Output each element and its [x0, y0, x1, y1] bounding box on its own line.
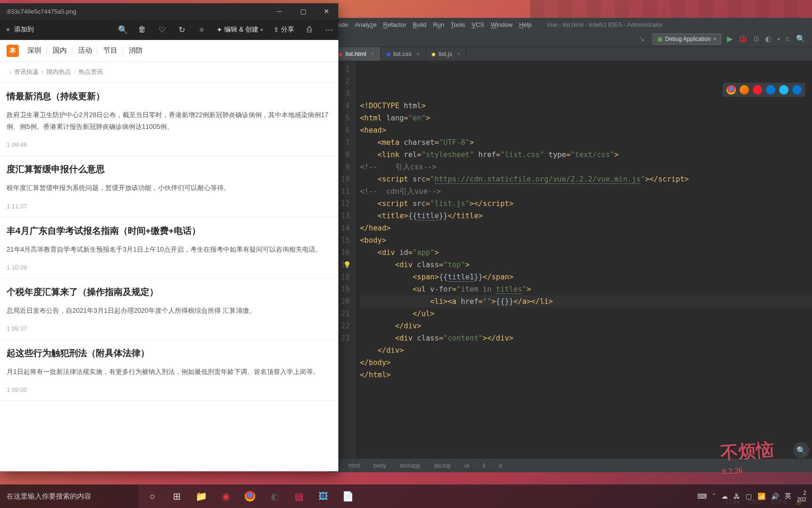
tray-chevron-up-icon[interactable]: ˄: [712, 492, 716, 500]
nav-item[interactable]: 活动: [76, 46, 94, 55]
site-logo[interactable]: 本: [7, 45, 19, 57]
crop-icon[interactable]: ⟐: [197, 25, 206, 34]
close-button[interactable]: ✕: [315, 3, 338, 19]
stop-icon[interactable]: ▪: [777, 35, 780, 43]
tab-list-css[interactable]: ◆list.css×: [381, 47, 426, 61]
page-nav: 本 深圳国内活动节目消防: [0, 40, 338, 62]
run-icon[interactable]: ▶: [727, 34, 733, 43]
rotate-icon[interactable]: ↻: [177, 25, 187, 35]
edit-create-label: 编辑 & 创建: [224, 25, 258, 34]
add-to-button[interactable]: ＋ 添加到: [5, 25, 34, 34]
article-title: 起这些行为触犯刑法（附具体法律）: [7, 347, 332, 359]
article-item[interactable]: 丰4月广东自学考试报名指南（时间+缴费+电话）21年4月高等教育自学考试新生预报…: [0, 217, 338, 278]
search-icon[interactable]: 🔍: [796, 34, 805, 43]
firefox-icon[interactable]: [740, 85, 749, 95]
cortana-icon[interactable]: ○: [141, 484, 164, 508]
crumb-a[interactable]: a: [499, 462, 502, 469]
tab-list-html[interactable]: ◆list.html×: [333, 47, 381, 61]
more-icon[interactable]: ⋯: [324, 25, 334, 35]
nav-item[interactable]: 深圳: [25, 46, 43, 55]
notepad-icon[interactable]: 📄: [336, 484, 359, 508]
onedrive-icon[interactable]: ☁: [721, 492, 728, 500]
article-item[interactable]: 起这些行为触犯刑法（附具体法律）月1日起将有一批新法律法规实施，有更多行为被纳入…: [0, 340, 338, 401]
code-area[interactable]: 💡 <!DOCTYPE html><html lang="en"><head> …: [356, 61, 812, 458]
crumb-li[interactable]: li: [483, 462, 485, 469]
menu-refactor[interactable]: Refactor: [382, 21, 407, 28]
close-tab-icon[interactable]: ×: [457, 50, 461, 57]
edge-legacy-icon[interactable]: [792, 85, 802, 95]
menu-tools[interactable]: Tools: [450, 21, 466, 28]
article-time: 1 09:00: [7, 386, 27, 393]
task-view-icon[interactable]: ⊞: [165, 484, 188, 508]
coverage-icon[interactable]: ⊙: [753, 34, 759, 43]
article-item[interactable]: 个税年度汇算来了（操作指南及规定）总局近日发布公告，自2021年3月1日起办理2…: [0, 278, 338, 340]
ide-toolbar: ↘ ▣ Debug Application ▾ ▶ 🐞 ⊙ ◐ ▪ ⎌ 🔍: [329, 31, 812, 47]
chrome-taskbar-icon[interactable]: [238, 484, 262, 508]
run-config-selector[interactable]: ▣ Debug Application ▾: [652, 33, 722, 45]
profiler-icon[interactable]: ◐: [765, 34, 772, 43]
article-time: 1 11:37: [7, 203, 27, 210]
debug-icon[interactable]: 🐞: [738, 34, 748, 43]
code-editor[interactable]: 1234567891011121314151617181920212223 💡 …: [329, 61, 812, 458]
add-to-label: 添加到: [14, 25, 34, 34]
window-title: :833c748e5c74475a5.png: [6, 8, 76, 15]
git-icon[interactable]: ⎌: [786, 35, 790, 43]
ie-icon[interactable]: [779, 85, 789, 95]
intellij-taskbar-icon[interactable]: ▤: [287, 484, 311, 508]
build-icon[interactable]: ↘: [639, 34, 645, 43]
chevron-down-icon: ▾: [713, 36, 716, 42]
article-excerpt: 21年4月高等教育自学考试新生预报名于3月1日上午10点开启，考生在报考中如果有…: [7, 244, 332, 255]
menu-help[interactable]: Help: [518, 21, 533, 28]
debug-icon: ▣: [657, 36, 663, 42]
crumb-body[interactable]: body: [374, 462, 386, 469]
crumb-div-app[interactable]: div#app: [400, 462, 421, 469]
favorite-icon[interactable]: ♡: [157, 25, 167, 35]
wifi-icon[interactable]: 📶: [757, 492, 765, 500]
network-icon[interactable]: 🖧: [734, 492, 740, 500]
menu-vcs[interactable]: VCS: [471, 21, 485, 28]
share-button[interactable]: ⇪ 分享: [273, 25, 294, 34]
obs-icon[interactable]: ◐: [263, 484, 286, 508]
app-icon-red[interactable]: ◉: [214, 484, 237, 508]
crumb-div-top[interactable]: div.top: [434, 462, 451, 469]
volume-icon[interactable]: 🔊: [771, 492, 779, 500]
share-label: 分享: [281, 25, 294, 34]
battery-icon[interactable]: ▢: [746, 492, 752, 500]
tab-list-js[interactable]: ◆list.js×: [426, 47, 466, 61]
menu-run[interactable]: Run: [432, 21, 445, 28]
nav-item[interactable]: 国内: [51, 46, 69, 55]
menu-analyze[interactable]: Analyze: [354, 21, 377, 28]
open-in-browser-panel: [723, 83, 805, 97]
print-icon[interactable]: ⎙: [304, 25, 314, 34]
ime-icon[interactable]: ⌨: [697, 492, 707, 500]
intention-bulb-icon[interactable]: 💡: [343, 259, 351, 271]
minimize-button[interactable]: ─: [268, 3, 291, 19]
file-explorer-icon[interactable]: 📁: [189, 484, 213, 508]
fullscreen-icon[interactable]: ⤢: [322, 452, 331, 464]
ime-lang[interactable]: 英: [785, 492, 791, 500]
chrome-icon[interactable]: [726, 85, 736, 95]
close-tab-icon[interactable]: ×: [416, 50, 420, 57]
article-item[interactable]: 度汇算暂缓申报什么意思税年度汇算暂缓申报为系统问题，暂缓开放该功能，小伙伴们可以…: [0, 156, 338, 217]
edge-icon[interactable]: [766, 85, 775, 95]
delete-icon[interactable]: 🗑: [138, 25, 147, 34]
maximize-button[interactable]: ▢: [291, 3, 315, 19]
close-tab-icon[interactable]: ×: [371, 50, 375, 57]
crumb-ul[interactable]: ul: [464, 462, 469, 469]
js-file-icon: ◆: [431, 51, 436, 57]
search-everywhere-icon[interactable]: 🔍: [793, 442, 809, 458]
opera-icon[interactable]: [753, 85, 762, 95]
taskbar-search[interactable]: 在这里输入你要搜索的内容: [0, 484, 139, 508]
menu-window[interactable]: Window: [490, 21, 513, 28]
article-item[interactable]: 情最新消息（持续更新）政府卫生署卫生防护中心2月28日公布，截至当日零时，香港新…: [0, 83, 338, 156]
zoom-icon[interactable]: 🔍: [118, 25, 127, 35]
edit-create-button[interactable]: ✦ 编辑 & 创建 ▾: [217, 25, 263, 34]
nav-item[interactable]: 节目: [102, 46, 119, 55]
crumb-html[interactable]: html: [349, 462, 360, 469]
photos-taskbar-icon[interactable]: 🖼: [312, 484, 335, 508]
article-title: 度汇算暂缓申报什么意思: [7, 163, 332, 175]
chevron-down-icon: ▾: [260, 27, 263, 33]
menu-build[interactable]: Build: [412, 21, 428, 28]
nav-item[interactable]: 消防: [127, 46, 145, 55]
clock[interactable]: 2 202: [797, 490, 806, 503]
